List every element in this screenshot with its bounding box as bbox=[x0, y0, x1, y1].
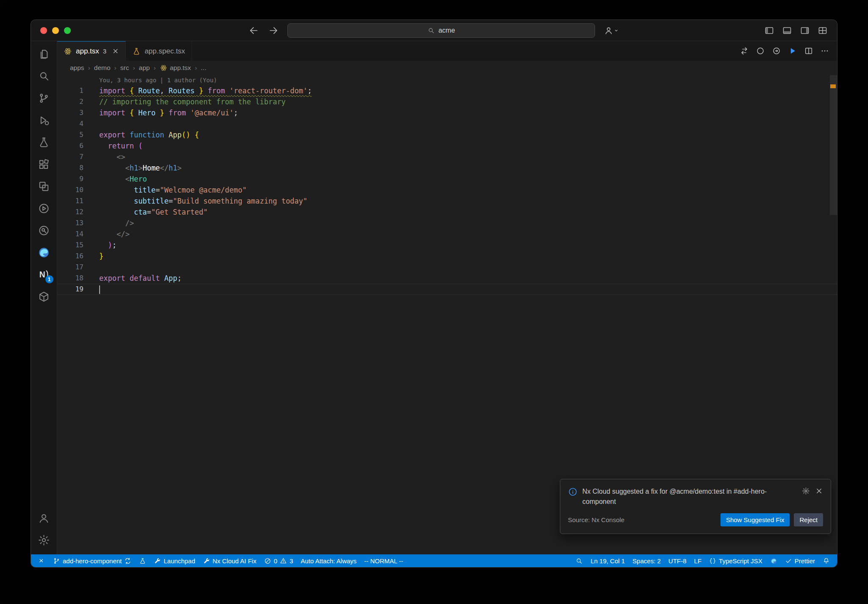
more-actions-icon[interactable] bbox=[820, 46, 829, 56]
status-text: Ln 19, Col 1 bbox=[590, 557, 625, 565]
status-item-indentation[interactable]: Spaces: 2 bbox=[629, 554, 665, 567]
activity-item-explorer[interactable] bbox=[31, 43, 57, 65]
status-item-nx-cloud-ai-fix[interactable]: Nx Cloud AI Fix bbox=[199, 554, 260, 567]
run-tests-circle-icon[interactable] bbox=[756, 46, 765, 56]
status-text: 0 bbox=[274, 557, 277, 565]
code-line[interactable]: 16} bbox=[57, 251, 837, 262]
editor-actions bbox=[740, 41, 837, 61]
status-item-testing-status[interactable] bbox=[135, 554, 150, 567]
close-window-button[interactable] bbox=[40, 27, 47, 34]
activity-item-nx-console[interactable]: N1 bbox=[31, 263, 57, 285]
rerun-circle-icon[interactable] bbox=[772, 46, 781, 56]
code-line[interactable]: 11 subtitle="Build something amazing tod… bbox=[57, 196, 837, 207]
status-text: add-hero-component bbox=[63, 557, 122, 565]
reject-button[interactable]: Reject bbox=[794, 513, 823, 526]
close-icon[interactable] bbox=[112, 48, 119, 55]
activity-item-edge-devtools[interactable] bbox=[31, 241, 57, 263]
status-item-problems[interactable]: 03 bbox=[260, 554, 297, 567]
status-item-encoding[interactable]: UTF-8 bbox=[665, 554, 690, 567]
activity-item-settings[interactable] bbox=[31, 529, 57, 551]
breadcrumb-separator: › bbox=[133, 64, 135, 72]
code-line[interactable]: 10 title="Welcmoe @acme/demo" bbox=[57, 185, 837, 196]
status-item-screencast-zoom[interactable] bbox=[572, 554, 587, 567]
code-line[interactable]: 1import { Route, Routes } from 'react-ro… bbox=[57, 85, 837, 96]
status-item-vim-mode[interactable]: -- NORMAL -- bbox=[360, 554, 407, 567]
code-line[interactable]: 13 /> bbox=[57, 218, 837, 229]
status-item-remote-indicator[interactable] bbox=[34, 554, 49, 567]
breadcrumb-item-...[interactable]: ... bbox=[201, 64, 206, 72]
code-line[interactable]: 7 <> bbox=[57, 151, 837, 162]
status-item-auto-attach[interactable]: Auto Attach: Always bbox=[297, 554, 361, 567]
activity-item-testing[interactable] bbox=[31, 131, 57, 153]
line-number: 15 bbox=[57, 240, 83, 251]
activity-item-scope-search[interactable] bbox=[31, 219, 57, 241]
breadcrumb-item-app.tsx[interactable]: app.tsx bbox=[160, 64, 191, 72]
line-number: 7 bbox=[57, 151, 83, 162]
activity-item-extensions[interactable] bbox=[31, 153, 57, 175]
status-item-edge-tools[interactable] bbox=[766, 554, 781, 567]
breadcrumb-item-src[interactable]: src bbox=[120, 64, 129, 72]
activity-item-search[interactable] bbox=[31, 65, 57, 87]
command-center-search[interactable]: acme bbox=[287, 23, 595, 38]
status-item-eol[interactable]: LF bbox=[690, 554, 706, 567]
minimize-window-button[interactable] bbox=[52, 27, 59, 34]
toggle-panel-icon[interactable] bbox=[782, 25, 792, 36]
code-line[interactable]: 12 cta="Get Started" bbox=[57, 207, 837, 218]
run-file-icon[interactable] bbox=[788, 46, 797, 56]
breadcrumb-label: src bbox=[120, 64, 129, 72]
code-line[interactable]: 18export default App; bbox=[57, 273, 837, 284]
code-line[interactable]: 6 return ( bbox=[57, 140, 837, 151]
notification-close-icon[interactable] bbox=[815, 487, 823, 495]
activity-item-accounts[interactable] bbox=[31, 507, 57, 529]
code-line[interactable]: 8 <h1>Home</h1> bbox=[57, 162, 837, 173]
activity-item-package-explorer[interactable] bbox=[31, 285, 57, 308]
code-line[interactable]: 2// importing the component from the lib… bbox=[57, 96, 837, 107]
show-suggested-fix-button[interactable]: Show Suggested Fix bbox=[721, 513, 790, 526]
code-line[interactable]: 4 bbox=[57, 118, 837, 129]
status-item-git-branch[interactable]: add-hero-component bbox=[49, 554, 135, 567]
code-line[interactable]: 17 bbox=[57, 262, 837, 273]
code-line[interactable]: 5export function App() { bbox=[57, 129, 837, 140]
account-menu[interactable] bbox=[604, 25, 620, 36]
back-icon[interactable] bbox=[248, 25, 259, 36]
line-content: cta="Get Started" bbox=[83, 207, 208, 218]
code-line[interactable]: 3import { Hero } from '@acme/ui'; bbox=[57, 107, 837, 118]
open-changes-icon[interactable] bbox=[740, 46, 749, 56]
breadcrumb-item-app[interactable]: app bbox=[139, 64, 150, 72]
status-text: Nx Cloud AI Fix bbox=[213, 557, 256, 565]
code-line[interactable]: 19 bbox=[57, 284, 837, 295]
status-item-prettier[interactable]: Prettier bbox=[781, 554, 819, 567]
split-editor-icon[interactable] bbox=[804, 46, 813, 56]
forward-icon[interactable] bbox=[268, 25, 279, 36]
line-content bbox=[83, 262, 99, 273]
line-number: 14 bbox=[57, 229, 83, 240]
status-item-launchpad[interactable]: Launchpad bbox=[150, 554, 199, 567]
wrench-icon bbox=[203, 557, 210, 565]
line-content: import { Route, Routes } from 'react-rou… bbox=[83, 85, 312, 96]
toggle-primary-sidebar-icon[interactable] bbox=[764, 25, 774, 36]
code-line[interactable]: 9 <Hero bbox=[57, 173, 837, 185]
notification-settings-gear-icon[interactable] bbox=[802, 487, 810, 495]
line-number: 19 bbox=[57, 284, 83, 295]
line-content bbox=[83, 118, 99, 129]
activity-item-remote-explorer[interactable] bbox=[31, 175, 57, 197]
breadcrumb-item-demo[interactable]: demo bbox=[94, 64, 111, 72]
code-line[interactable]: 15 ); bbox=[57, 240, 837, 251]
breadcrumb-label: apps bbox=[70, 64, 84, 72]
zoom-window-button[interactable] bbox=[64, 27, 71, 34]
toggle-secondary-sidebar-icon[interactable] bbox=[800, 25, 810, 36]
breadcrumb-item-apps[interactable]: apps bbox=[70, 64, 84, 72]
customize-layout-icon[interactable] bbox=[818, 25, 828, 36]
activity-item-run-target[interactable] bbox=[31, 197, 57, 219]
tab-app.tsx[interactable]: app.tsx3 bbox=[57, 41, 126, 61]
activity-item-run-and-debug[interactable] bbox=[31, 109, 57, 131]
code-line[interactable]: 14 </> bbox=[57, 229, 837, 240]
activity-item-source-control[interactable] bbox=[31, 87, 57, 109]
scrollbar-thumb[interactable] bbox=[830, 75, 837, 215]
svg-text:N: N bbox=[39, 270, 45, 279]
status-item-language-mode[interactable]: TypeScript JSX bbox=[705, 554, 766, 567]
tab-app.spec.tsx[interactable]: app.spec.tsx bbox=[126, 41, 192, 61]
status-item-cursor-position[interactable]: Ln 19, Col 1 bbox=[587, 554, 629, 567]
status-item-notifications-bell[interactable] bbox=[819, 554, 834, 567]
line-number: 12 bbox=[57, 207, 83, 218]
